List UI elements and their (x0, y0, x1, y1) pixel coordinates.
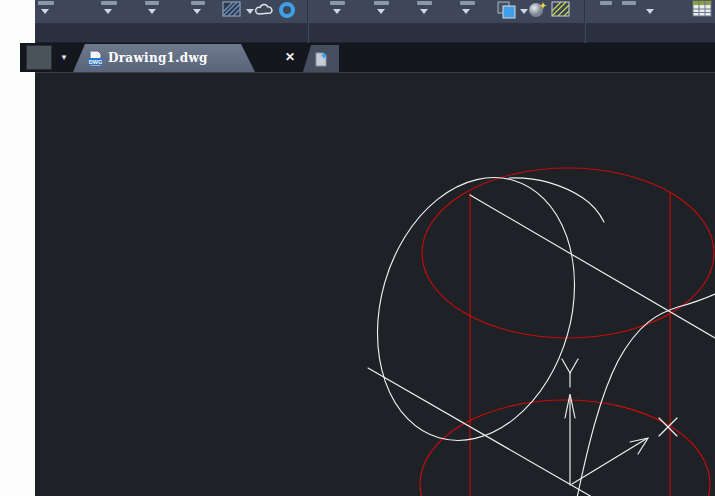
circle-tool-icon[interactable] (101, 1, 117, 5)
cloud-icon[interactable] (254, 2, 277, 17)
y-marker-right-branch[interactable] (570, 359, 578, 373)
modify-dropdown-4-icon[interactable] (462, 9, 470, 14)
dwg-file-icon: DWG (88, 50, 103, 67)
diagonal-line-lower[interactable] (368, 368, 592, 496)
tab-overflow-button[interactable]: ▼ (56, 45, 72, 70)
dimension-tool-icon[interactable] (622, 1, 636, 5)
panel-separator (307, 0, 309, 43)
white-arc-lower-right[interactable] (577, 294, 715, 496)
diagonal-line-upper[interactable] (470, 195, 715, 338)
table-icon[interactable] (692, 0, 712, 17)
panel-separator (584, 0, 586, 43)
model-space-canvas[interactable] (35, 72, 715, 496)
copy-dropdown-icon[interactable] (520, 9, 528, 14)
arc-tool-icon[interactable] (145, 1, 159, 5)
modify-dropdown-2-icon[interactable] (377, 9, 385, 14)
ribbon: 绘制 修改 注释 (35, 0, 715, 43)
draw-dropdown-1-icon[interactable] (41, 9, 49, 14)
ribbon-icon-row (35, 0, 715, 23)
trim-tool-icon[interactable] (417, 1, 432, 5)
y-marker-left-branch[interactable] (562, 359, 570, 373)
new-drawing-icon (314, 51, 329, 67)
ribbon-label-row: 绘制 修改 注释 (35, 23, 715, 43)
copy-icon[interactable] (496, 0, 517, 20)
diagonal-arrow-shaft[interactable] (572, 439, 646, 484)
file-tab-bar: ▼ DWG Drawing1.dwg ✕ (20, 43, 715, 72)
donut-icon[interactable] (278, 1, 296, 19)
svg-text:DWG: DWG (89, 58, 102, 64)
modify-dropdown-1-icon[interactable] (333, 9, 341, 14)
hatch-dropdown-icon[interactable] (246, 9, 254, 14)
annotate-dropdown-icon[interactable] (646, 9, 654, 14)
app-window: 绘制 修改 注释 ▼ DWG Drawing1.dwg ✕ (0, 0, 715, 496)
fillet-tool-icon[interactable] (460, 1, 475, 5)
chevron-down-icon: ▼ (60, 53, 68, 62)
drawing-svg[interactable] (35, 72, 715, 496)
draw-dropdown-4-icon[interactable] (193, 9, 201, 14)
rotate-tool-icon[interactable] (374, 1, 389, 5)
file-tab-drawing1[interactable]: DWG Drawing1.dwg (73, 44, 255, 72)
line-tool-icon[interactable] (38, 1, 54, 5)
close-tab-icon[interactable]: ✕ (282, 49, 298, 65)
file-tab-label: Drawing1.dwg (108, 51, 208, 65)
diagonal-arrowhead[interactable] (630, 438, 648, 454)
draw-dropdown-2-icon[interactable] (104, 9, 112, 14)
move-tool-icon[interactable] (330, 1, 345, 5)
modify-dropdown-3-icon[interactable] (420, 9, 428, 14)
polyline-tool-icon[interactable] (191, 1, 205, 5)
draw-dropdown-3-icon[interactable] (148, 9, 156, 14)
hatch-icon[interactable] (222, 1, 242, 18)
new-drawing-tab-button[interactable] (303, 45, 339, 72)
hatch-edit-icon[interactable] (551, 1, 571, 18)
left-desktop-margin (0, 0, 35, 496)
sphere-icon[interactable] (528, 1, 547, 18)
tab-bar-blank-button[interactable] (26, 45, 52, 70)
text-tool-icon[interactable] (600, 1, 612, 5)
